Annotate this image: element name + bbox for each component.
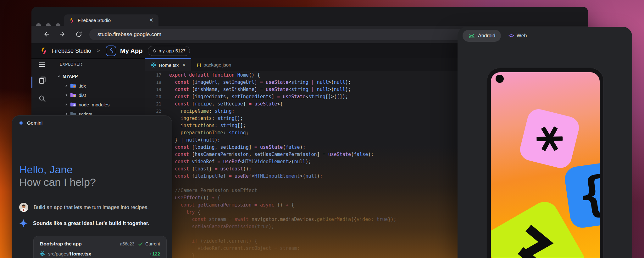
- commit-hash: a56c23: [120, 241, 134, 246]
- folder-icon: [70, 93, 76, 98]
- user-avatar: [19, 203, 28, 212]
- toggle-android[interactable]: Android: [463, 30, 501, 42]
- code-line: 31 const fileInputRef = useRef<HTMLInput…: [145, 173, 397, 180]
- diff-added-count: +122: [149, 251, 160, 256]
- chevrons-icon: [514, 223, 556, 258]
- platform-toggle: Android <> Web: [463, 30, 532, 42]
- step-title: Bootstrap the app: [40, 241, 120, 247]
- code-line: 27 const [loading, setLoading] = useStat…: [145, 144, 397, 151]
- tab-close-icon[interactable]: ×: [182, 62, 185, 68]
- reload-icon[interactable]: [75, 31, 82, 38]
- camera-punch-hole: [496, 75, 504, 83]
- forward-icon[interactable]: [59, 31, 66, 38]
- browser-titlebar: Firebase Studio ✕: [31, 7, 588, 26]
- tree-item-dist[interactable]: dist: [53, 90, 145, 100]
- editor-tab-home-tsx[interactable]: Home.tsx ×: [145, 58, 191, 71]
- code-line: 30 const {toast} = useToast();: [145, 165, 397, 173]
- chat-message-gemini: Sounds like a great idea! Let’s build it…: [19, 219, 149, 228]
- code-line: 42 }: [145, 252, 397, 258]
- chevron-down-icon: [57, 75, 60, 78]
- code-line: 17export default function Home() {: [145, 72, 397, 79]
- tab-close-icon[interactable]: ✕: [149, 18, 153, 23]
- gemini-title: Gemini: [27, 120, 42, 126]
- toggle-label: Android: [478, 33, 495, 39]
- app-prototyper-icon: [106, 46, 116, 56]
- curly-brace-glyph: {: [575, 165, 600, 223]
- chevron-right-icon: [65, 103, 68, 106]
- gemini-spark-icon: [19, 219, 28, 228]
- browser-tab[interactable]: Firebase Studio ✕: [64, 14, 158, 26]
- asterisk-icon: [530, 119, 569, 158]
- folder-icon: [70, 83, 76, 89]
- marketing-scene: Firebase Studio ✕ studio.firebase.google…: [0, 0, 644, 258]
- code-line: 22 recipeName: string;: [145, 108, 397, 115]
- code-line: 20 const [ingredients, setIngredients] =…: [145, 93, 397, 100]
- tab-label: Home.tsx: [159, 62, 179, 68]
- greeting-line-2: How can I help?: [19, 176, 96, 188]
- bootstrap-step-card[interactable]: Bootstrap the app a56c23 Current src/pag…: [33, 236, 167, 258]
- code-line: 33 //Camera Permission useEffect: [145, 187, 397, 194]
- folder-icon: [70, 102, 76, 107]
- code-line: 25 preparationTime: string;: [145, 129, 397, 137]
- back-icon[interactable]: [43, 31, 50, 38]
- url-text: studio.firebase.google.com: [97, 31, 161, 38]
- greeting-line-1: Hello, Jane: [19, 163, 96, 176]
- menu-button[interactable]: [31, 61, 53, 68]
- explorer-view-button[interactable]: [31, 76, 53, 84]
- tree-item-.idx[interactable]: .idx: [53, 81, 145, 90]
- tile-curly-brace: {: [563, 160, 600, 229]
- phone-screen: {: [491, 72, 600, 258]
- changed-file-path: src/pages/Home.tsx: [48, 251, 147, 256]
- firebase-logo-icon: [40, 47, 48, 55]
- gemini-greeting: Hello, Jane How can I help?: [19, 163, 96, 188]
- files-icon: [38, 76, 47, 84]
- folder-name: node_modules: [79, 102, 109, 107]
- folder-name: .idx: [79, 83, 86, 89]
- toggle-label: Web: [517, 33, 527, 39]
- preview-panel: Android <> Web: [458, 27, 632, 258]
- code-line: 34 useEffect(() ⇒ {: [145, 194, 397, 202]
- code-line: 37 const stream = await navigator.mediaD…: [145, 216, 397, 223]
- code-line: 36 try {: [145, 209, 397, 216]
- android-icon: [468, 34, 475, 38]
- project-id-pill[interactable]: my-app-5127: [148, 46, 190, 56]
- gemini-spark-icon: [18, 120, 24, 126]
- project-id: my-app-5127: [159, 48, 186, 53]
- workspace-name[interactable]: My App: [120, 47, 142, 55]
- toggle-web[interactable]: <> Web: [503, 30, 532, 42]
- breadcrumb-separator: >: [97, 48, 100, 54]
- code-brackets-icon: <>: [508, 33, 514, 39]
- tree-item-node_modules[interactable]: node_modules: [53, 100, 145, 109]
- product-name: Firebase Studio: [52, 48, 91, 54]
- code-line: 41 videoRef.current.srcObject = stream;: [145, 245, 397, 252]
- drop-icon: [152, 48, 157, 53]
- search-icon: [38, 95, 46, 103]
- chevron-right-icon: [65, 84, 68, 87]
- code-line: 19 const [dishName, setDishName] = useSt…: [145, 86, 397, 93]
- firebase-favicon: [69, 18, 75, 23]
- gemini-message-text: Sounds like a great idea! Let’s build it…: [33, 220, 149, 226]
- react-icon: [40, 251, 45, 256]
- json-braces-icon: {..}: [197, 62, 201, 67]
- code-line: 26 } | null>(null);: [145, 137, 397, 144]
- code-line: 39: [145, 230, 397, 238]
- code-line: 23 ingredients: string[];: [145, 115, 397, 122]
- tree-root-myapp[interactable]: MYAPP: [53, 72, 145, 81]
- code-line: 18 const [imageUrl, setImageUrl] = useSt…: [145, 79, 397, 86]
- code-line: 38 setHasCameraPermission(true);: [145, 223, 397, 230]
- react-icon: [151, 62, 156, 68]
- user-message-text: Build an app that lets me turn images in…: [34, 204, 149, 210]
- editor-tab-package-json[interactable]: {..} package.json: [191, 58, 237, 71]
- chevron-right-icon: [65, 94, 68, 97]
- code-line: 28 const [hasCameraPermission, setHasCam…: [145, 151, 397, 158]
- status-badge: Current: [145, 241, 160, 246]
- root-folder-name: MYAPP: [63, 74, 78, 79]
- gemini-header: Gemini: [18, 120, 42, 126]
- chat-message-user: Build an app that lets me turn images in…: [19, 203, 149, 212]
- code-line: 21 const [recipe, setRecipe] = useState<…: [145, 100, 397, 108]
- code-line: 24 instructions: string[];: [145, 122, 397, 129]
- explorer-title: EXPLORER: [60, 62, 82, 67]
- code-line: 35 const getCameraPermission = async () …: [145, 202, 397, 209]
- search-view-button[interactable]: [31, 95, 53, 103]
- browser-tab-title: Firebase Studio: [78, 18, 149, 23]
